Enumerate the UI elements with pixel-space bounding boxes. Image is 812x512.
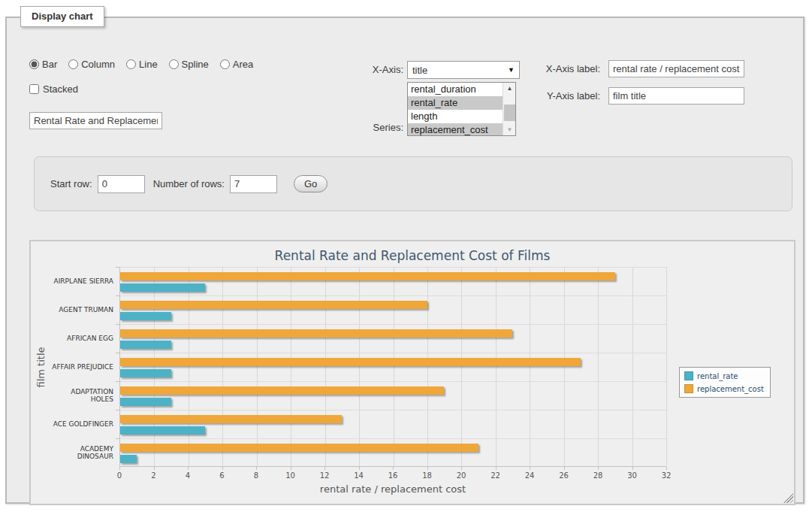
x-tick-label: 18 [422, 471, 432, 480]
y-axis-label-input[interactable] [608, 87, 744, 105]
x-tick-label: 10 [285, 471, 295, 480]
radio-label: Column [81, 59, 115, 70]
x-tick-label: 8 [254, 471, 258, 480]
category-label: AFRICAN EGG [47, 324, 113, 353]
y-axis-label-caption: Y-Axis label: [540, 90, 600, 101]
x-tick-label: 32 [662, 471, 672, 480]
legend-item[interactable]: replacement_cost [684, 384, 764, 393]
x-tick-mark [256, 467, 257, 470]
y-tick-mark [116, 438, 120, 439]
start-row-caption: Start row: [50, 178, 92, 189]
x-tick-label: 26 [559, 471, 569, 480]
bar-rental_rate [120, 341, 171, 349]
radio-label: Line [139, 59, 158, 70]
plot-area [119, 267, 666, 467]
chart-type-radios: BarColumnLineSplineArea [29, 59, 253, 70]
series-option[interactable]: replacement_cost [408, 123, 503, 136]
y-axis-title: film title [32, 267, 49, 467]
x-tick-label: 12 [320, 471, 330, 480]
scroll-up-icon[interactable]: ▲ [503, 83, 516, 94]
bar-replacement_cost [120, 301, 427, 309]
category-label: AGENT TRUMAN [47, 295, 113, 324]
x-tick-mark [222, 467, 223, 470]
legend-item[interactable]: rental_rate [684, 371, 764, 380]
listbox-scrollbar[interactable]: ▲ ▼ [503, 83, 515, 135]
display-chart-tab: Display chart [20, 6, 104, 27]
x-tick-mark [666, 467, 667, 470]
category-label: ADAPTATION HOLES [47, 381, 113, 410]
chart-type-option-area: Area [220, 59, 253, 70]
x-axis-select[interactable]: title ▼ [407, 61, 520, 79]
bar-group [120, 438, 666, 467]
category-label: AFFAIR PREJUDICE [47, 353, 113, 381]
x-tick-mark [427, 467, 428, 470]
x-tick-mark [359, 467, 360, 470]
x-tick-mark [119, 467, 120, 470]
bar-replacement_cost [120, 272, 615, 280]
bar-group [120, 295, 666, 324]
bar-rental_rate [120, 455, 137, 463]
bar-rental_rate [120, 426, 205, 435]
radio-column[interactable] [68, 59, 78, 69]
radio-area[interactable] [220, 59, 230, 69]
bar-group [120, 324, 666, 353]
chart-type-option-bar: Bar [29, 59, 57, 70]
bar-replacement_cost [120, 386, 444, 395]
series-option[interactable]: rental_rate [408, 96, 503, 110]
category-label: AIRPLANE SIERRA [47, 267, 113, 295]
x-axis-ticks: 02468101214161820222426283032 [119, 469, 666, 480]
chart-panel: Rental Rate and Replacement Cost of Film… [29, 240, 795, 505]
go-button[interactable]: Go [294, 175, 328, 192]
x-axis-caption: X-Axis: [354, 64, 403, 75]
x-tick-mark [324, 467, 325, 470]
x-axis-label-input[interactable] [608, 60, 744, 77]
chart-type-option-line: Line [126, 59, 158, 70]
x-tick-mark [393, 467, 394, 470]
x-tick-mark [564, 467, 565, 470]
resize-handle-icon[interactable] [783, 493, 793, 503]
rows-panel: Start row: Number of rows: Go [34, 156, 792, 211]
radio-bar[interactable] [29, 59, 39, 69]
x-axis-title: rental rate / replacement cost [119, 483, 666, 495]
y-tick-mark [116, 324, 120, 325]
legend-label: replacement_cost [697, 385, 764, 393]
series-option[interactable]: rental_duration [408, 83, 503, 96]
bar-group [120, 410, 666, 438]
radio-line[interactable] [126, 59, 136, 69]
legend-label: rental_rate [697, 372, 738, 380]
x-tick-label: 20 [457, 471, 466, 480]
x-tick-mark [461, 467, 462, 470]
x-tick-mark [632, 467, 633, 470]
chart-title-input[interactable] [29, 112, 162, 129]
scroll-thumb[interactable] [504, 105, 515, 121]
series-option[interactable]: length [408, 110, 503, 123]
stacked-checkbox[interactable] [29, 84, 39, 94]
bar-rental_rate [120, 283, 205, 292]
x-tick-mark [530, 467, 530, 470]
num-rows-input[interactable] [230, 175, 277, 193]
category-label: ACADEMY DINOSAUR [47, 438, 113, 467]
bar-replacement_cost [120, 329, 512, 338]
series-listbox[interactable]: rental_durationrental_ratelengthreplacem… [407, 82, 516, 136]
legend-swatch [684, 384, 693, 393]
x-tick-label: 28 [593, 471, 603, 480]
stacked-label: Stacked [43, 83, 78, 95]
bar-replacement_cost [120, 415, 342, 423]
chart-type-option-spline: Spline [169, 59, 209, 70]
x-axis-label-caption: X-Axis label: [540, 63, 600, 74]
x-tick-mark [496, 467, 497, 470]
bar-rental_rate [120, 398, 171, 406]
radio-spline[interactable] [169, 59, 179, 69]
start-row-input[interactable] [98, 175, 145, 193]
x-tick-mark [291, 467, 291, 470]
category-labels: AIRPLANE SIERRAAGENT TRUMANAFRICAN EGGAF… [47, 267, 113, 467]
stacked-row: Stacked [29, 83, 78, 95]
bar-replacement_cost [120, 358, 581, 366]
legend: rental_ratereplacement_cost [679, 367, 771, 398]
category-label: ACE GOLDFINGER [47, 410, 113, 438]
scroll-down-icon[interactable]: ▼ [503, 124, 516, 135]
series-options: rental_durationrental_ratelengthreplacem… [408, 83, 503, 135]
x-tick-label: 0 [117, 471, 122, 480]
x-tick-mark [598, 467, 599, 470]
radio-label: Bar [42, 59, 57, 70]
